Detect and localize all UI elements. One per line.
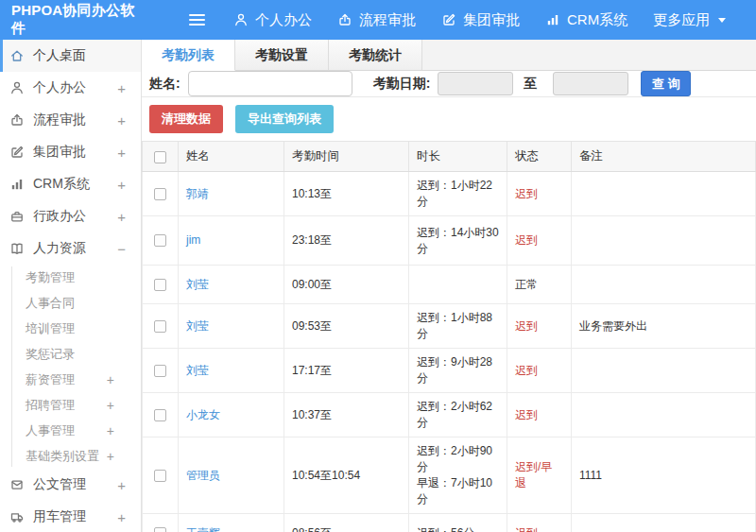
sidebar-subitem-label: 奖惩记录: [26, 346, 75, 363]
employee-name-link[interactable]: 小龙女: [186, 408, 220, 421]
sidebar-subitem-training-mgmt[interactable]: 培训管理: [0, 316, 141, 341]
row-checkbox[interactable]: [154, 320, 166, 333]
sidebar-item-group-approval[interactable]: 集团审批 +: [0, 136, 141, 168]
hr-subtree: 考勤管理 人事合同 培训管理 奖惩记录 薪资管理 + 招聘管理 + 人事管理 +: [0, 265, 141, 469]
name-input[interactable]: [188, 71, 352, 96]
row-checkbox[interactable]: [154, 365, 166, 377]
row-checkbox[interactable]: [154, 470, 166, 482]
row-checkbox[interactable]: [154, 188, 166, 200]
expand-plus-icon[interactable]: +: [117, 80, 126, 96]
attendance-time: 08:56至: [284, 514, 409, 532]
sidebar-subitem-recruit-mgmt[interactable]: 招聘管理 +: [0, 392, 141, 418]
sidebar-item-personal-office[interactable]: 个人办公 +: [0, 72, 141, 104]
col-header-name: 姓名: [179, 142, 284, 172]
sidebar-item-label: 流程审批: [33, 112, 86, 129]
sidebar-item-crm-system[interactable]: CRM系统 +: [0, 168, 141, 200]
table-row: 刘莹 09:00至 正常: [143, 266, 756, 304]
row-checkbox[interactable]: [154, 234, 166, 247]
nav-workflow-approval[interactable]: 流程审批: [337, 11, 416, 29]
expand-plus-icon[interactable]: +: [117, 177, 126, 193]
sidebar-subitem-salary-mgmt[interactable]: 薪资管理 +: [0, 367, 141, 392]
expand-plus-icon[interactable]: +: [117, 145, 126, 161]
nav-group-approval[interactable]: 集团审批: [441, 11, 520, 29]
edit-icon: [9, 145, 25, 160]
query-button[interactable]: 查 询: [641, 71, 691, 96]
workflow-icon: [9, 112, 25, 128]
bar-chart-icon: [545, 12, 560, 27]
briefcase-icon: [9, 209, 25, 224]
employee-name-link[interactable]: jim: [186, 233, 200, 247]
sidebar-subitem-personnel-mgmt[interactable]: 人事管理 +: [0, 418, 141, 443]
sidebar-item-vehicle-mgmt[interactable]: 用车管理 +: [0, 501, 141, 532]
hamburger-menu-icon[interactable]: [189, 11, 205, 28]
clean-data-button[interactable]: 清理数据: [149, 105, 223, 133]
nav-personal-office[interactable]: 个人办公: [233, 11, 312, 29]
col-header-note: 备注: [572, 142, 756, 172]
sidebar-item-personal-desktop[interactable]: 个人桌面: [0, 40, 141, 72]
select-all-checkbox[interactable]: [154, 151, 166, 163]
expand-plus-icon[interactable]: +: [107, 423, 114, 438]
duration-cell: 迟到：1小时88分: [409, 304, 507, 349]
date-end-input[interactable]: [553, 72, 628, 95]
sidebar-subitem-label: 基础类别设置: [26, 448, 99, 465]
tab-attendance-stats[interactable]: 考勤统计: [329, 40, 422, 70]
sidebar-item-label: 人力资源: [33, 240, 86, 257]
nav-label: 集团审批: [463, 11, 520, 29]
name-label: 姓名:: [149, 76, 180, 93]
sidebar-item-label: 集团审批: [33, 144, 86, 161]
sidebar-subitem-label: 人事合同: [26, 295, 75, 312]
expand-plus-icon[interactable]: +: [117, 509, 126, 525]
employee-name-link[interactable]: 王壹辉: [186, 526, 220, 532]
tab-attendance-list[interactable]: 考勤列表: [142, 40, 235, 71]
nav-label: 个人办公: [255, 11, 312, 29]
row-checkbox[interactable]: [154, 279, 166, 291]
expand-plus-icon[interactable]: +: [107, 398, 114, 413]
employee-name-link[interactable]: 刘莹: [186, 278, 209, 291]
duration-cell: 迟到：2小时90分早退：7小时10分: [409, 438, 507, 514]
tab-attendance-settings[interactable]: 考勤设置: [235, 40, 329, 70]
nav-more-apps[interactable]: 更多应用: [653, 11, 726, 29]
export-list-button[interactable]: 导出查询列表: [235, 105, 334, 133]
employee-name-link[interactable]: 刘莹: [186, 319, 209, 333]
employee-name-link[interactable]: 郭靖: [186, 187, 209, 200]
sidebar-item-document-mgmt[interactable]: 公文管理 +: [0, 469, 141, 501]
table-row: 王壹辉 08:56至 迟到：56分 迟到: [143, 514, 756, 532]
sidebar-subitem-label: 招聘管理: [26, 397, 75, 414]
sidebar-subitem-reward-punishment[interactable]: 奖惩记录: [0, 341, 141, 367]
expand-plus-icon[interactable]: +: [107, 372, 114, 387]
nav-crm-system[interactable]: CRM系统: [545, 11, 627, 29]
sidebar-item-workflow-approval[interactable]: 流程审批 +: [0, 104, 141, 136]
sidebar-item-admin-office[interactable]: 行政办公 +: [0, 200, 141, 232]
sidebar: 个人桌面 个人办公 + 流程审批 + 集团审批 + CRM系统 + 行政办公 +: [0, 40, 142, 532]
note-cell: [572, 216, 756, 266]
date-start-input[interactable]: [438, 72, 513, 95]
expand-plus-icon[interactable]: +: [117, 112, 126, 129]
expand-plus-icon[interactable]: +: [117, 477, 126, 493]
employee-name-link[interactable]: 管理员: [186, 469, 220, 482]
app-logo: PHPOA协同办公软件: [0, 2, 142, 38]
sidebar-subitem-base-category[interactable]: 基础类别设置 +: [0, 443, 141, 469]
attendance-time: 10:13至: [284, 172, 409, 216]
status-badge: 迟到: [507, 393, 572, 438]
table-row: 管理员 10:54至10:54 迟到：2小时90分早退：7小时10分 迟到/早退…: [143, 438, 756, 514]
sidebar-item-human-resources[interactable]: 人力资源 −: [0, 232, 141, 265]
bar-chart-icon: [9, 177, 25, 192]
expand-plus-icon[interactable]: +: [117, 209, 126, 225]
status-badge: 迟到: [507, 514, 572, 532]
main-content: 考勤列表 考勤设置 考勤统计 姓名: 考勤日期: 至 查 询 清理数据 导出查询…: [142, 40, 756, 532]
row-checkbox[interactable]: [154, 527, 166, 532]
collapse-minus-icon[interactable]: −: [117, 241, 126, 257]
document-icon: [9, 477, 25, 492]
note-cell: [572, 393, 756, 438]
row-checkbox[interactable]: [154, 409, 166, 421]
expand-plus-icon[interactable]: +: [107, 449, 114, 464]
sidebar-item-label: 个人桌面: [33, 47, 86, 64]
table-header-row: 姓名 考勤时间 时长 状态 备注: [143, 142, 756, 172]
user-icon: [9, 80, 25, 95]
sidebar-subitem-hr-contract[interactable]: 人事合同: [0, 290, 141, 316]
status-badge: 正常: [507, 266, 572, 304]
sidebar-subitem-attendance-mgmt[interactable]: 考勤管理: [0, 265, 141, 290]
status-badge: 迟到: [507, 172, 572, 216]
status-badge: 迟到: [507, 216, 572, 266]
employee-name-link[interactable]: 刘莹: [186, 364, 209, 377]
